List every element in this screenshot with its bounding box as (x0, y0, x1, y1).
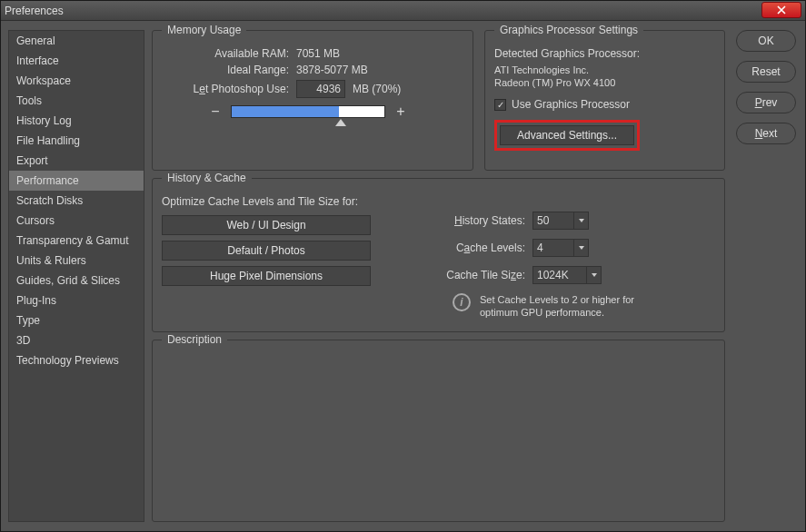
chevron-down-icon (591, 271, 598, 279)
available-ram-value: 7051 MB (296, 47, 340, 60)
panel-legend: History & Cache (162, 172, 252, 184)
cache-levels-dropdown[interactable] (574, 239, 589, 257)
use-gpu-row: ✓ Use Graphics Processor (494, 98, 715, 111)
description-panel: Description (152, 340, 725, 522)
optimize-label: Optimize Cache Levels and Tile Size for: (162, 195, 371, 208)
advanced-settings-highlight: Advanced Settings... (494, 120, 640, 151)
use-gpu-checkbox[interactable]: ✓ (494, 99, 506, 111)
sidebar-item-guides-grid-slices[interactable]: Guides, Grid & Slices (9, 271, 144, 291)
gpu-model: Radeon (TM) Pro WX 4100 (494, 76, 715, 89)
sidebar-item-technology-previews[interactable]: Technology Previews (9, 350, 144, 370)
sidebar: GeneralInterfaceWorkspaceToolsHistory Lo… (8, 30, 144, 522)
slider-plus-button[interactable]: + (393, 103, 409, 120)
close-icon (777, 5, 786, 15)
sidebar-item-plug-ins[interactable]: Plug-Ins (9, 291, 144, 310)
history-states-input[interactable] (532, 212, 574, 230)
sidebar-item-cursors[interactable]: Cursors (9, 211, 144, 231)
slider-thumb[interactable] (335, 119, 346, 126)
history-states-label: History States: (398, 214, 525, 227)
cache-info-text: Set Cache Levels to 2 or higher for opti… (480, 293, 662, 319)
photoshop-use-label: Let Photoshop Use: (162, 83, 289, 95)
sidebar-item-units-rulers[interactable]: Units & Rulers (9, 251, 144, 271)
sidebar-item-transparency-gamut[interactable]: Transparency & Gamut (9, 231, 144, 251)
cache-tile-size-label: Cache Tile Size: (398, 269, 525, 281)
cache-tile-size-dropdown[interactable] (587, 266, 602, 284)
use-gpu-label: Use Graphics Processor (512, 98, 630, 111)
photoshop-use-unit: MB (70%) (353, 83, 401, 95)
history-states-dropdown[interactable] (574, 212, 589, 230)
panel-legend: Description (162, 333, 227, 346)
prev-button[interactable]: Prev (736, 92, 796, 113)
panel-legend: Memory Usage (162, 24, 246, 36)
cache-presets: Optimize Cache Levels and Tile Size for:… (162, 195, 371, 319)
ideal-range-value: 3878-5077 MB (296, 64, 368, 76)
window-title: Preferences (5, 5, 64, 17)
main-content: Memory Usage Available RAM: 7051 MB Idea… (152, 30, 725, 522)
sidebar-item-general[interactable]: General (9, 31, 144, 51)
sidebar-item-tools[interactable]: Tools (9, 91, 144, 111)
sidebar-item-export[interactable]: Export (9, 151, 144, 171)
sidebar-item-interface[interactable]: Interface (9, 51, 144, 71)
chevron-down-icon (578, 244, 585, 251)
ideal-range-label: Ideal Range: (162, 64, 289, 76)
memory-slider: − + (207, 103, 463, 120)
ok-button[interactable]: OK (736, 30, 796, 52)
available-ram-label: Available RAM: (162, 47, 289, 60)
cache-levels-input[interactable] (532, 239, 574, 257)
preset-button-web-ui-design[interactable]: Web / UI Design (162, 215, 371, 235)
preset-button-huge-pixel-dimensions[interactable]: Huge Pixel Dimensions (162, 266, 371, 286)
panel-legend: Graphics Processor Settings (494, 24, 643, 36)
cache-levels-label: Cache Levels: (398, 241, 525, 254)
sidebar-item-performance[interactable]: Performance (9, 171, 144, 191)
memory-usage-panel: Memory Usage Available RAM: 7051 MB Idea… (152, 30, 473, 171)
cache-values: History States: Cache Levels: (398, 195, 715, 319)
titlebar[interactable]: Preferences (1, 1, 805, 21)
gpu-settings-panel: Graphics Processor Settings Detected Gra… (484, 30, 725, 171)
gpu-info: ATI Technologies Inc. Radeon (TM) Pro WX… (494, 64, 715, 89)
sidebar-item-scratch-disks[interactable]: Scratch Disks (9, 191, 144, 211)
slider-fill (232, 106, 339, 117)
chevron-down-icon (578, 217, 585, 224)
next-button[interactable]: Next (736, 123, 796, 144)
sidebar-item-file-handling[interactable]: File Handling (9, 131, 144, 151)
close-button[interactable] (761, 2, 801, 18)
gpu-vendor: ATI Technologies Inc. (494, 64, 715, 76)
cache-tile-size-input[interactable] (532, 266, 587, 284)
slider-track[interactable] (231, 105, 385, 118)
advanced-settings-button[interactable]: Advanced Settings... (500, 125, 634, 145)
reset-button[interactable]: Reset (736, 61, 796, 83)
slider-minus-button[interactable]: − (207, 103, 224, 120)
preferences-window: Preferences GeneralInterfaceWorkspaceToo… (0, 0, 806, 532)
dialog-body: GeneralInterfaceWorkspaceToolsHistory Lo… (1, 21, 805, 531)
photoshop-use-input[interactable] (296, 80, 345, 98)
history-cache-panel: History & Cache Optimize Cache Levels an… (152, 178, 725, 332)
sidebar-item-history-log[interactable]: History Log (9, 111, 144, 131)
dialog-buttons: OK Reset Prev Next (736, 30, 796, 522)
preset-button-default-photos[interactable]: Default / Photos (162, 241, 371, 261)
sidebar-item-workspace[interactable]: Workspace (9, 71, 144, 91)
sidebar-item-type[interactable]: Type (9, 310, 144, 330)
detected-gpu-label: Detected Graphics Processor: (494, 47, 715, 60)
sidebar-item-3d[interactable]: 3D (9, 330, 144, 350)
info-icon: i (453, 293, 471, 311)
